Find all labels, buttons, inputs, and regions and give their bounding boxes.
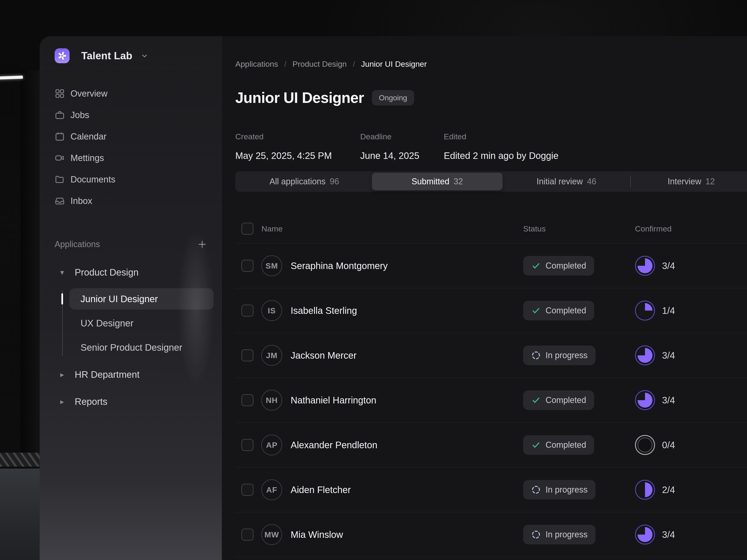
tree-group-reports[interactable]: ▸Reports: [55, 390, 208, 414]
candidate-name: Jackson Mercer: [291, 350, 357, 361]
breadcrumb-current: Junior UI Designer: [361, 59, 427, 69]
tree-item-ux-designer[interactable]: UX Designer: [69, 311, 213, 335]
table-row[interactable]: IS Isabella Sterling Completed 1/4: [235, 288, 747, 333]
breadcrumb-separator: /: [284, 59, 286, 69]
sidebar-item-inbox[interactable]: Inbox: [55, 190, 208, 212]
tab-submitted[interactable]: Submitted32: [372, 173, 503, 190]
check-icon: [531, 395, 541, 405]
video-icon: [55, 153, 65, 163]
sidebar-item-calendar[interactable]: Calendar: [55, 126, 208, 147]
tree-item-label: Senior Product Designer: [80, 342, 182, 353]
confirmed-pie-icon: [635, 525, 655, 544]
status-label: Completed: [545, 395, 586, 405]
meta-deadline: Deadline June 14, 2025: [360, 132, 444, 161]
caret-right-icon: ▸: [60, 370, 68, 379]
confirmed-pie-icon: [635, 345, 655, 365]
row-checkbox[interactable]: [241, 529, 254, 541]
tab-label: Initial review: [536, 177, 583, 186]
application-stage-tabs: All applications96Submitted32Initial rev…: [235, 171, 747, 192]
avatar: IS: [261, 300, 282, 321]
confirmed-count: 3/4: [662, 395, 675, 405]
caret-down-icon: ▾: [60, 268, 68, 277]
chevron-down-icon: [140, 51, 149, 60]
confirmed-count: 3/4: [662, 261, 675, 271]
status-badge: In progress: [523, 346, 595, 365]
status-label: Completed: [545, 261, 586, 271]
avatar: AP: [261, 434, 282, 455]
tree-group-product-design[interactable]: ▾Product Design: [55, 260, 208, 285]
tree-group-label: Reports: [75, 396, 107, 407]
sidebar-nav: Overview Jobs Calendar Mettings Document…: [55, 83, 208, 212]
check-icon: [531, 440, 541, 450]
check-icon: [531, 261, 541, 271]
confirmed-pie-icon: [635, 300, 655, 321]
candidates-table: SM Seraphina Montgomery Completed 3/4 IS…: [235, 244, 747, 557]
candidate-name: Mia Winslow: [291, 529, 343, 540]
tab-initial-review[interactable]: Initial review46: [503, 173, 630, 190]
spinner-icon: [531, 485, 541, 495]
workspace-name: Talent Lab: [81, 50, 132, 61]
confirmed-count: 3/4: [662, 529, 675, 540]
candidate-name: Seraphina Montgomery: [291, 261, 388, 271]
tab-all-applications[interactable]: All applications96: [237, 173, 372, 190]
breadcrumb: Applications / Product Design / Junior U…: [235, 59, 747, 69]
applications-section-header: Applications: [55, 239, 208, 250]
tab-interview[interactable]: Interview12: [631, 173, 747, 190]
tab-count: 96: [330, 177, 339, 186]
briefcase-icon: [55, 110, 65, 120]
row-checkbox[interactable]: [241, 349, 254, 362]
row-checkbox[interactable]: [241, 304, 254, 317]
status-label: In progress: [545, 530, 588, 539]
breadcrumb-applications[interactable]: Applications: [235, 59, 278, 69]
avatar: SM: [261, 255, 282, 276]
table-row[interactable]: MW Mia Winslow In progress 3/4: [235, 512, 747, 557]
select-all-checkbox[interactable]: [241, 222, 254, 235]
calendar-icon: [55, 131, 65, 142]
avatar: JM: [261, 345, 282, 366]
confirmed-count: 1/4: [662, 305, 675, 316]
tree-item-junior-ui-designer[interactable]: Junior UI Designer: [69, 288, 213, 310]
status-badge: Completed: [523, 256, 594, 275]
table-row[interactable]: NH Nathaniel Harrington Completed 3/4: [235, 378, 747, 423]
tab-label: Interview: [668, 177, 701, 186]
status-badge: Completed: [523, 390, 594, 410]
row-checkbox[interactable]: [241, 260, 254, 272]
tree-group-label: Product Design: [75, 267, 138, 278]
table-row[interactable]: SM Seraphina Montgomery Completed 3/4: [235, 244, 747, 288]
breadcrumb-separator: /: [353, 59, 355, 69]
row-checkbox[interactable]: [241, 439, 254, 451]
confirmed-pie-icon: [635, 435, 655, 455]
row-checkbox[interactable]: [241, 394, 254, 406]
background-light-streak: [0, 76, 23, 80]
avatar: AF: [261, 479, 282, 500]
workspace-switcher[interactable]: Talent Lab: [55, 48, 208, 63]
spinner-icon: [531, 530, 541, 539]
sidebar-item-documents[interactable]: Documents: [55, 169, 208, 190]
sidebar-item-overview[interactable]: Overview: [55, 83, 208, 104]
table-row[interactable]: JM Jackson Mercer In progress 3/4: [235, 333, 747, 378]
background-desk-slab: [0, 469, 42, 560]
spinner-icon: [531, 350, 541, 360]
add-application-button[interactable]: [197, 239, 208, 250]
sidebar-item-jobs[interactable]: Jobs: [55, 104, 208, 126]
tree-group-hr-department[interactable]: ▸HR Department: [55, 363, 208, 386]
tree-item-senior-product-designer[interactable]: Senior Product Designer: [69, 335, 213, 359]
status-badge: In progress: [523, 525, 595, 544]
sidebar-item-mettings[interactable]: Mettings: [55, 147, 208, 169]
grid-icon: [55, 88, 65, 99]
row-checkbox[interactable]: [241, 484, 254, 496]
table-row[interactable]: AF Aiden Fletcher In progress 2/4: [235, 468, 747, 512]
background-striped-mat: [0, 453, 42, 468]
confirmed-count: 0/4: [662, 440, 675, 450]
table-row[interactable]: AP Alexander Pendleton Completed 0/4: [235, 423, 747, 468]
applications-section-label: Applications: [55, 239, 100, 249]
inbox-icon: [55, 196, 65, 206]
status-label: In progress: [545, 350, 588, 360]
column-header-status: Status: [523, 224, 545, 233]
main-content: Applications / Product Design / Junior U…: [222, 36, 747, 560]
column-header-name: Name: [261, 224, 283, 233]
status-label: Completed: [545, 306, 586, 316]
tab-count: 12: [705, 177, 715, 186]
check-icon: [531, 306, 541, 316]
breadcrumb-product-design[interactable]: Product Design: [292, 59, 347, 69]
